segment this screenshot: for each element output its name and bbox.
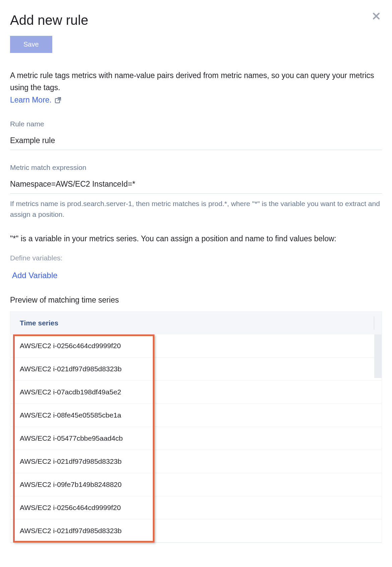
add-variable-button[interactable]: Add Variable bbox=[12, 271, 58, 280]
table-row[interactable]: AWS/EC2 i-09fe7b149b8248820 bbox=[10, 473, 382, 496]
time-series-cell: AWS/EC2 i-0256c464cd9999f20 bbox=[20, 342, 121, 350]
svg-line-3 bbox=[58, 98, 61, 101]
table-row[interactable]: AWS/EC2 i-05477cbbe95aad4cb bbox=[10, 427, 382, 450]
match-expression-input[interactable] bbox=[10, 176, 382, 194]
time-series-cell: AWS/EC2 i-07acdb198df49a5e2 bbox=[20, 388, 121, 396]
table-row[interactable]: AWS/EC2 i-08fe45e05585cbe1a bbox=[10, 404, 382, 427]
table-body: AWS/EC2 i-0256c464cd9999f20AWS/EC2 i-021… bbox=[10, 334, 382, 543]
preview-heading: Preview of matching time series bbox=[10, 296, 382, 305]
table-row[interactable]: AWS/EC2 i-0256c464cd9999f20 bbox=[10, 334, 382, 358]
match-expression-helper: If metrics name is prod.search.server-1,… bbox=[10, 198, 382, 219]
rule-name-label: Rule name bbox=[10, 120, 382, 128]
define-variables-label: Define variables: bbox=[10, 254, 382, 262]
external-link-icon bbox=[55, 97, 61, 103]
time-series-cell: AWS/EC2 i-0256c464cd9999f20 bbox=[20, 504, 121, 511]
learn-more-link[interactable]: Learn More. bbox=[10, 96, 52, 105]
time-series-cell: AWS/EC2 i-05477cbbe95aad4cb bbox=[20, 434, 123, 442]
preview-table: Time series AWS/EC2 i-0256c464cd9999f20A… bbox=[10, 311, 382, 543]
variables-info-text: "*" is a variable in your metrics series… bbox=[10, 233, 382, 245]
table-row[interactable]: AWS/EC2 i-0256c464cd9999f20 bbox=[10, 496, 382, 519]
time-series-cell: AWS/EC2 i-09fe7b149b8248820 bbox=[20, 481, 122, 488]
table-row[interactable]: AWS/EC2 i-07acdb198df49a5e2 bbox=[10, 381, 382, 404]
table-header-row: Time series bbox=[10, 312, 382, 334]
time-series-cell: AWS/EC2 i-021df97d985d8323b bbox=[20, 457, 122, 465]
close-icon[interactable] bbox=[371, 10, 382, 23]
save-button[interactable]: Save bbox=[10, 36, 52, 53]
column-resizer[interactable] bbox=[374, 316, 374, 330]
page-title: Add new rule bbox=[10, 13, 88, 28]
scrollbar-thumb[interactable] bbox=[374, 334, 382, 378]
intro-description: A metric rule tags metrics with name-val… bbox=[10, 70, 382, 93]
time-series-cell: AWS/EC2 i-08fe45e05585cbe1a bbox=[20, 411, 121, 419]
time-series-cell: AWS/EC2 i-021df97d985d8323b bbox=[20, 527, 122, 534]
table-row[interactable]: AWS/EC2 i-021df97d985d8323b bbox=[10, 450, 382, 473]
rule-name-input[interactable] bbox=[10, 133, 382, 150]
time-series-cell: AWS/EC2 i-021df97d985d8323b bbox=[20, 365, 122, 373]
table-row[interactable]: AWS/EC2 i-021df97d985d8323b bbox=[10, 358, 382, 381]
time-series-column-header[interactable]: Time series bbox=[20, 319, 58, 327]
table-row[interactable]: AWS/EC2 i-021df97d985d8323b bbox=[10, 519, 382, 543]
match-expression-label: Metric match expression bbox=[10, 164, 382, 172]
